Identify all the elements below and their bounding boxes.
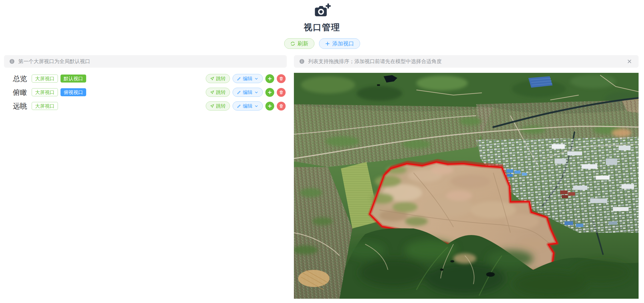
refresh-button-label: 刷新 (298, 40, 308, 47)
add-viewport-button[interactable]: 添加视口 (319, 38, 360, 49)
info-circle-icon (299, 59, 305, 64)
tag-default-viewport: 默认视口 (60, 75, 86, 83)
row-actions: 跳转 编辑 (206, 88, 286, 97)
plus-icon (267, 76, 272, 81)
viewport-3d-preview[interactable] (294, 73, 639, 299)
delete-viewport-button[interactable] (277, 88, 286, 97)
chevron-down-icon (254, 104, 259, 108)
viewport-name: 俯瞰 (13, 88, 27, 97)
tag-top-view-viewport: 俯视视口 (60, 88, 86, 96)
viewport-row-overview[interactable]: 总览 大屏视口 默认视口 跳转 编辑 (4, 72, 287, 85)
refresh-button[interactable]: 刷新 (284, 38, 314, 49)
navigation-icon (210, 104, 214, 108)
camera-plus-icon (314, 3, 331, 19)
pencil-icon (237, 77, 241, 81)
pencil-icon (237, 90, 241, 95)
add-viewport-row-button[interactable] (265, 88, 274, 97)
preview-panel: 列表支持拖拽排序；添加视口前请先在模型中选择合适角度 (294, 55, 639, 299)
plus-icon (267, 90, 272, 95)
navigation-icon (210, 90, 214, 95)
add-viewport-button-label: 添加视口 (332, 40, 354, 47)
jump-button[interactable]: 跳转 (206, 101, 230, 111)
viewport-list-panel: 第一个大屏视口为全局默认视口 总览 大屏视口 默认视口 跳转 编辑 (4, 55, 287, 113)
edit-button-label: 编辑 (243, 89, 253, 96)
add-viewport-row-button[interactable] (265, 102, 274, 111)
close-icon[interactable] (625, 57, 633, 65)
chevron-down-icon (254, 77, 259, 81)
jump-button-label: 跳转 (216, 75, 226, 82)
right-notice-bar: 列表支持拖拽排序；添加视口前请先在模型中选择合适角度 (294, 55, 639, 68)
viewport-name: 远眺 (13, 101, 27, 111)
edit-button-label: 编辑 (243, 75, 253, 82)
plus-icon (267, 104, 272, 109)
refresh-icon (290, 41, 295, 46)
jump-button[interactable]: 跳转 (206, 74, 230, 83)
add-viewport-row-button[interactable] (265, 74, 274, 83)
page-header: 视口管理 刷新 添加视口 (0, 0, 644, 49)
tag-large-screen-viewport: 大屏视口 (32, 102, 58, 110)
left-notice-bar: 第一个大屏视口为全局默认视口 (4, 55, 287, 68)
viewport-name: 总览 (13, 74, 27, 83)
trash-icon (279, 104, 284, 109)
chevron-down-icon (254, 90, 259, 95)
plus-icon (325, 41, 330, 46)
jump-button-label: 跳转 (216, 89, 226, 96)
row-actions: 跳转 编辑 (206, 101, 286, 111)
trash-icon (279, 90, 284, 95)
tag-large-screen-viewport: 大屏视口 (32, 88, 58, 96)
jump-button-label: 跳转 (216, 103, 226, 109)
edit-dropdown-button[interactable]: 编辑 (233, 101, 263, 111)
header-actions: 刷新 添加视口 (284, 38, 360, 49)
viewport-row-distant[interactable]: 远眺 大屏视口 跳转 编辑 (4, 99, 287, 113)
right-notice-text: 列表支持拖拽排序；添加视口前请先在模型中选择合适角度 (308, 58, 442, 65)
trash-icon (279, 76, 284, 81)
page-title: 视口管理 (304, 22, 340, 33)
edit-button-label: 编辑 (243, 103, 253, 109)
edit-dropdown-button[interactable]: 编辑 (233, 88, 263, 97)
info-circle-icon (9, 59, 15, 64)
row-actions: 跳转 编辑 (206, 74, 286, 83)
edit-dropdown-button[interactable]: 编辑 (233, 74, 263, 83)
satellite-map-svg (294, 73, 639, 299)
pencil-icon (237, 104, 241, 108)
jump-button[interactable]: 跳转 (206, 88, 230, 97)
navigation-icon (210, 77, 214, 81)
delete-viewport-button[interactable] (277, 74, 286, 83)
tag-large-screen-viewport: 大屏视口 (32, 75, 58, 83)
left-notice-text: 第一个大屏视口为全局默认视口 (18, 58, 90, 65)
delete-viewport-button[interactable] (277, 102, 286, 111)
viewport-row-overlook[interactable]: 俯瞰 大屏视口 俯视视口 跳转 编辑 (4, 85, 287, 99)
viewport-rows: 总览 大屏视口 默认视口 跳转 编辑 (4, 72, 287, 113)
